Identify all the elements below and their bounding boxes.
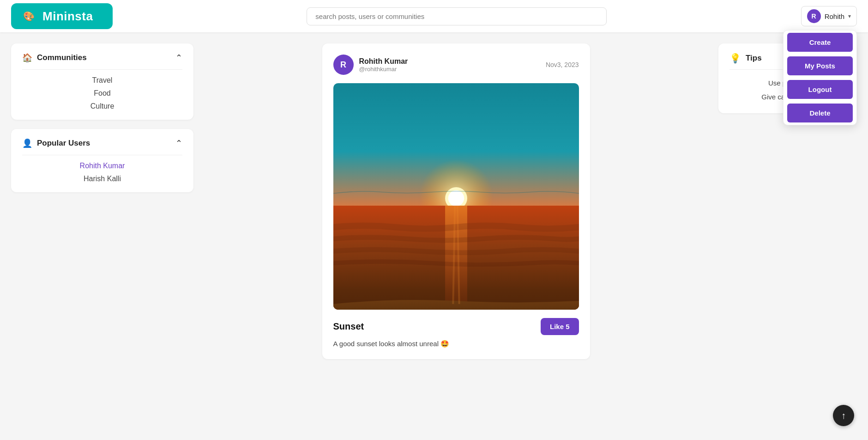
community-food[interactable]: Food xyxy=(94,89,110,98)
dropdown-menu: Create My Posts Logout Delete xyxy=(783,30,857,125)
main-content: R Rohith Kumar @rohithkumar Nov3, 2023 xyxy=(205,43,707,359)
popular-users-header: 👤 Popular Users ⌃ xyxy=(22,138,182,148)
post-author-info: Rohith Kumar @rohithkumar xyxy=(359,57,408,73)
community-culture[interactable]: Culture xyxy=(90,102,115,110)
home-icon: 🏠 xyxy=(22,53,32,63)
popular-users-collapse-icon[interactable]: ⌃ xyxy=(175,138,182,148)
post-author-handle: @rohithkumar xyxy=(359,66,408,73)
popular-users-list: Rohith Kumar Harish Kalli xyxy=(22,162,182,183)
post-footer: Sunset Like 5 xyxy=(333,318,579,335)
popular-users-divider xyxy=(22,155,182,155)
post-avatar: R xyxy=(333,55,354,75)
scroll-top-button[interactable]: ↑ xyxy=(833,405,854,426)
my-posts-button[interactable]: My Posts xyxy=(787,56,853,75)
user-avatar: R xyxy=(807,9,821,23)
logo-text: Mininsta xyxy=(42,9,93,24)
post-header: R Rohith Kumar @rohithkumar Nov3, 2023 xyxy=(333,55,579,75)
post-date: Nov3, 2023 xyxy=(546,61,579,68)
search-area xyxy=(113,7,801,25)
communities-list: Travel Food Culture xyxy=(22,76,182,110)
post-title: Sunset xyxy=(333,321,364,332)
popular-users-title: 👤 Popular Users xyxy=(22,138,90,148)
tips-icon: 💡 xyxy=(729,53,741,64)
post-author-name: Rohith Kumar xyxy=(359,57,408,66)
left-sidebar: 🏠 Communities ⌃ Travel Food Culture 👤 Po… xyxy=(11,43,193,359)
logo-icon: 🎨 xyxy=(19,7,38,25)
arrow-up-icon: ↑ xyxy=(841,410,846,421)
post-description: A good sunset looks almost unreal 🤩 xyxy=(333,340,579,348)
user-rohith-kumar[interactable]: Rohith Kumar xyxy=(80,162,125,170)
svg-text:🎨: 🎨 xyxy=(23,11,35,22)
logout-button[interactable]: Logout xyxy=(787,80,853,99)
chevron-down-icon: ▾ xyxy=(848,13,851,19)
user-name: Rohith xyxy=(825,12,844,20)
community-travel[interactable]: Travel xyxy=(92,76,113,85)
communities-card: 🏠 Communities ⌃ Travel Food Culture xyxy=(11,43,193,120)
post-card: R Rohith Kumar @rohithkumar Nov3, 2023 xyxy=(322,43,590,359)
popular-users-card: 👤 Popular Users ⌃ Rohith Kumar Harish Ka… xyxy=(11,129,193,192)
communities-collapse-icon[interactable]: ⌃ xyxy=(175,53,182,63)
user-icon: 👤 xyxy=(22,138,32,148)
delete-button[interactable]: Delete xyxy=(787,104,853,122)
post-image xyxy=(333,83,579,310)
logo: 🎨 Mininsta xyxy=(11,3,113,29)
user-harish-kalli[interactable]: Harish Kalli xyxy=(84,175,121,183)
header: 🎨 Mininsta R Rohith ▾ xyxy=(0,0,868,32)
communities-header: 🏠 Communities ⌃ xyxy=(22,53,182,63)
main-layout: 🏠 Communities ⌃ Travel Food Culture 👤 Po… xyxy=(0,32,868,370)
svg-point-5 xyxy=(448,190,464,207)
search-input[interactable] xyxy=(307,7,607,25)
user-menu-trigger[interactable]: R Rohith ▾ xyxy=(801,6,857,26)
communities-title: 🏠 Communities xyxy=(22,53,87,63)
tips-title: Tips xyxy=(746,54,762,63)
like-button[interactable]: Like 5 xyxy=(541,318,579,335)
create-button[interactable]: Create xyxy=(787,33,853,52)
post-author: R Rohith Kumar @rohithkumar xyxy=(333,55,408,75)
communities-divider xyxy=(22,69,182,70)
